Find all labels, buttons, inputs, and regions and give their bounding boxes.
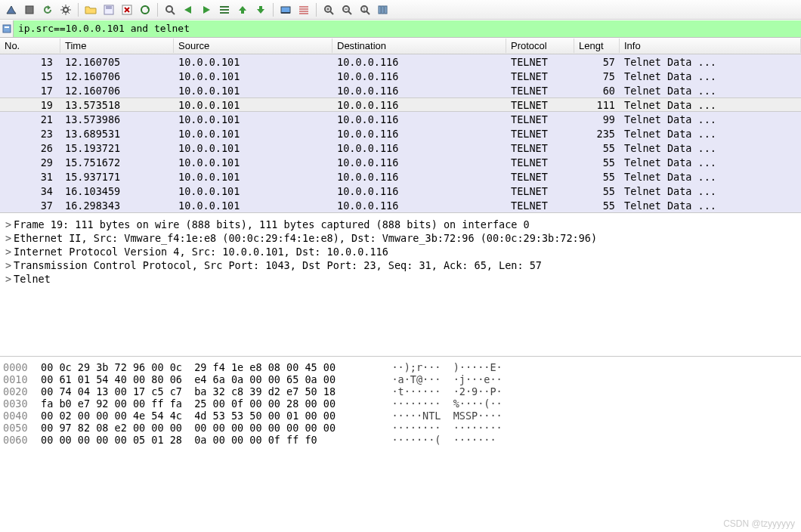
svg-rect-3 xyxy=(106,6,112,9)
hex-bytes: fa b0 e7 92 00 00 ff fa 25 00 0f 00 00 2… xyxy=(41,397,373,410)
packet-bytes-pane[interactable]: 000000 0c 29 3b 72 96 00 0c 29 f4 1e e8 … xyxy=(0,357,801,478)
zoom-reset-icon[interactable]: 1 xyxy=(357,2,373,18)
hex-ascii: ·······( ······· xyxy=(373,434,496,446)
chevron-right-icon[interactable]: > xyxy=(3,232,14,244)
hex-offset: 0020 xyxy=(3,385,41,397)
tree-item-label: Ethernet II, Src: Vmware_f4:1e:e8 (00:0c… xyxy=(14,232,597,244)
hex-bytes: 00 61 01 54 40 00 80 06 e4 6a 0a 00 00 6… xyxy=(41,373,373,385)
goto-list-icon[interactable] xyxy=(216,2,233,18)
packet-row[interactable]: 2313.68953110.0.0.10110.0.0.116TELNET235… xyxy=(0,126,801,141)
chevron-right-icon[interactable]: > xyxy=(3,246,14,258)
square-stop-icon[interactable] xyxy=(21,2,38,18)
bookmark-filter-icon[interactable] xyxy=(0,20,14,37)
hex-offset: 0000 xyxy=(3,361,41,373)
toolbar-separator xyxy=(273,3,274,17)
hex-bytes: 00 00 00 00 00 05 01 28 0a 00 00 00 0f f… xyxy=(41,434,373,446)
blue-box-icon[interactable] xyxy=(277,2,294,18)
packet-list-pane: No.TimeSourceDestinationProtocolLengtInf… xyxy=(0,38,801,213)
arrow-down-icon[interactable] xyxy=(252,2,269,18)
hex-offset: 0030 xyxy=(3,397,41,410)
svg-rect-20 xyxy=(385,6,387,14)
tree-item-label: Internet Protocol Version 4, Src: 10.0.0… xyxy=(14,246,388,258)
packet-row[interactable]: 2113.57398610.0.0.10110.0.0.116TELNET99T… xyxy=(0,112,801,126)
svg-rect-12 xyxy=(281,7,290,13)
svg-rect-19 xyxy=(382,6,384,14)
hex-offset: 0060 xyxy=(3,434,41,446)
packet-list-body: 1312.16070510.0.0.10110.0.0.116TELNET57T… xyxy=(0,54,801,212)
folder-open-icon[interactable] xyxy=(82,2,99,18)
svg-point-6 xyxy=(166,6,172,12)
chevron-right-icon[interactable]: > xyxy=(3,273,14,285)
svg-rect-9 xyxy=(220,12,229,14)
hex-offset: 0050 xyxy=(3,422,41,434)
display-filter-input[interactable] xyxy=(14,20,801,37)
zoom-in-icon[interactable] xyxy=(320,2,337,18)
hex-ascii: ·t······ ·2·9··P· xyxy=(373,385,503,397)
svg-rect-8 xyxy=(220,9,229,11)
packet-row[interactable]: 1312.16070510.0.0.10110.0.0.116TELNET57T… xyxy=(0,54,801,69)
column-header-info[interactable]: Info xyxy=(620,39,801,53)
tree-item[interactable]: > Ethernet II, Src: Vmware_f4:1e:e8 (00:… xyxy=(3,231,798,245)
arrow-left-green-icon[interactable] xyxy=(180,2,196,18)
tree-item-label: Telnet xyxy=(14,273,51,285)
hex-row[interactable]: 000000 0c 29 3b 72 96 00 0c 29 f4 1e e8 … xyxy=(3,361,798,373)
zoom-out-icon[interactable] xyxy=(339,2,355,18)
display-filter-bar xyxy=(0,20,801,38)
tree-item-label: Frame 19: 111 bytes on wire (888 bits), … xyxy=(14,218,530,230)
tree-item[interactable]: > Telnet xyxy=(3,272,798,286)
packet-row[interactable]: 1712.16070610.0.0.10110.0.0.116TELNET60T… xyxy=(0,83,801,97)
toolbar-separator xyxy=(78,3,79,17)
chevron-right-icon[interactable]: > xyxy=(3,218,14,230)
svg-rect-18 xyxy=(379,6,381,14)
packet-row[interactable]: 2615.19372110.0.0.10110.0.0.116TELNET55T… xyxy=(0,141,801,155)
hex-row[interactable]: 004000 02 00 00 00 4e 54 4c 4d 53 53 50 … xyxy=(3,410,798,422)
tree-item[interactable]: > Transmission Control Protocol, Src Por… xyxy=(3,258,798,272)
hex-row[interactable]: 002000 74 04 13 00 17 c5 c7 ba 32 c8 39 … xyxy=(3,385,798,397)
find-icon[interactable] xyxy=(162,2,178,18)
shark-fin-icon[interactable] xyxy=(3,2,20,18)
hex-offset: 0010 xyxy=(3,373,41,385)
packet-row[interactable]: 1913.57351810.0.0.10110.0.0.116TELNET111… xyxy=(0,97,801,112)
hex-bytes: 00 0c 29 3b 72 96 00 0c 29 f4 1e e8 08 0… xyxy=(41,361,373,373)
tree-item[interactable]: > Internet Protocol Version 4, Src: 10.0… xyxy=(3,245,798,258)
column-header-lengt[interactable]: Lengt xyxy=(574,39,620,53)
hex-row[interactable]: 005000 97 82 08 e2 00 00 00 00 00 00 00 … xyxy=(3,422,798,434)
column-header-protocol[interactable]: Protocol xyxy=(506,39,574,53)
packet-details-pane[interactable]: > Frame 19: 111 bytes on wire (888 bits)… xyxy=(0,213,801,357)
columns-icon[interactable] xyxy=(375,2,391,18)
main-toolbar: 1 xyxy=(0,0,801,20)
tree-item[interactable]: > Frame 19: 111 bytes on wire (888 bits)… xyxy=(3,218,798,231)
gear-icon[interactable] xyxy=(57,2,74,18)
column-header-destination[interactable]: Destination xyxy=(332,39,506,53)
packet-row[interactable]: 3416.10345910.0.0.10110.0.0.116TELNET55T… xyxy=(0,184,801,198)
packet-row[interactable]: 1512.16070610.0.0.10110.0.0.116TELNET75T… xyxy=(0,69,801,83)
svg-rect-22 xyxy=(5,26,9,28)
toolbar-separator xyxy=(316,3,317,17)
packet-list-header: No.TimeSourceDestinationProtocolLengtInf… xyxy=(0,38,801,54)
hex-row[interactable]: 001000 61 01 54 40 00 80 06 e4 6a 0a 00 … xyxy=(3,373,798,385)
lines-icon[interactable] xyxy=(295,2,312,18)
packet-row[interactable]: 3716.29834310.0.0.10110.0.0.116TELNET55T… xyxy=(0,198,801,212)
save-icon[interactable] xyxy=(101,2,117,18)
arrow-up-icon[interactable] xyxy=(234,2,251,18)
hex-bytes: 00 02 00 00 00 4e 54 4c 4d 53 53 50 00 0… xyxy=(41,410,373,422)
svg-rect-13 xyxy=(281,12,290,14)
svg-rect-7 xyxy=(220,6,229,8)
hex-row[interactable]: 0030fa b0 e7 92 00 00 ff fa 25 00 0f 00 … xyxy=(3,397,798,410)
column-header-source[interactable]: Source xyxy=(174,39,332,53)
refresh-icon[interactable] xyxy=(39,2,56,18)
svg-rect-0 xyxy=(26,6,33,14)
packet-row[interactable]: 2915.75167210.0.0.10110.0.0.116TELNET55T… xyxy=(0,155,801,169)
column-header-no[interactable]: No. xyxy=(0,39,60,53)
tree-item-label: Transmission Control Protocol, Src Port:… xyxy=(14,259,542,271)
column-header-time[interactable]: Time xyxy=(60,39,174,53)
svg-text:1: 1 xyxy=(363,7,366,12)
packet-row[interactable]: 3115.93717110.0.0.10110.0.0.116TELNET55T… xyxy=(0,169,801,184)
close-x-icon[interactable] xyxy=(119,2,135,18)
arrow-right-green-icon[interactable] xyxy=(198,2,215,18)
hex-ascii: ·····NTL MSSP···· xyxy=(373,410,503,422)
hex-ascii: ········ ········ xyxy=(373,422,503,434)
hex-row[interactable]: 006000 00 00 00 00 05 01 28 0a 00 00 00 … xyxy=(3,434,798,446)
reload-circle-icon[interactable] xyxy=(137,2,153,18)
chevron-right-icon[interactable]: > xyxy=(3,259,14,271)
